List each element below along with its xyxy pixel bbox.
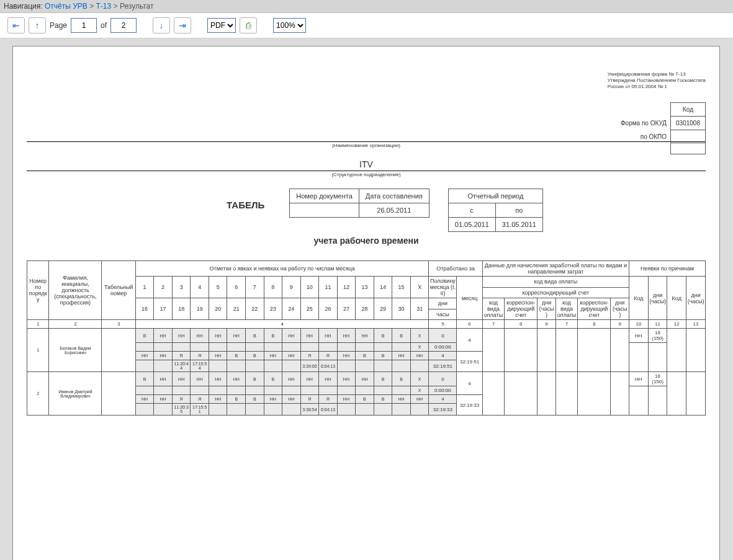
pay-cell bbox=[505, 329, 537, 372]
abs-days: 18 (150) bbox=[648, 329, 667, 343]
day-cell: НН bbox=[300, 372, 319, 386]
time-cell bbox=[209, 360, 227, 372]
pay-cell bbox=[537, 372, 556, 416]
th-day: 3 bbox=[172, 277, 191, 298]
pay-cell bbox=[611, 329, 629, 372]
day-cell: НН bbox=[337, 395, 356, 404]
okud-value: 0301008 bbox=[671, 117, 706, 130]
day-cell: НН bbox=[392, 395, 411, 404]
th-abs-code2: Код bbox=[667, 277, 686, 320]
last-page-button[interactable]: ⇥ bbox=[174, 17, 191, 33]
org-line bbox=[27, 133, 706, 142]
time-cell bbox=[374, 343, 392, 352]
colnum: 10 bbox=[629, 320, 649, 329]
export-button[interactable]: ⎙ bbox=[240, 17, 257, 33]
th-day: 21 bbox=[227, 298, 246, 320]
document-page: Унифицированная форма № Т-13 Утверждена … bbox=[12, 46, 720, 560]
day-cell: НН bbox=[135, 395, 154, 404]
time-cell bbox=[154, 360, 173, 372]
abs-cell bbox=[667, 329, 686, 372]
breadcrumb-link-1[interactable]: Отчёты УРВ bbox=[45, 2, 88, 11]
colnum: 7 bbox=[482, 320, 504, 329]
row-name: Беляков Вадим Борисович bbox=[49, 329, 102, 372]
time-cell bbox=[227, 386, 246, 395]
time-cell: 3:39:00 bbox=[300, 360, 319, 372]
day-cell: В bbox=[246, 329, 264, 343]
th-day: 24 bbox=[282, 298, 301, 320]
abs-cell bbox=[629, 343, 649, 372]
colnum: 2 bbox=[49, 320, 102, 329]
day-cell: Х bbox=[410, 329, 429, 343]
prev-page-button[interactable]: ↑ bbox=[29, 17, 46, 33]
time-cell bbox=[356, 343, 374, 352]
day-cell: В bbox=[374, 329, 392, 343]
time-cell bbox=[282, 404, 301, 416]
time-cell bbox=[246, 404, 264, 416]
th-day: 30 bbox=[392, 298, 411, 320]
time-cell: 0:04:13 bbox=[319, 404, 338, 416]
day-cell: НН bbox=[209, 329, 227, 343]
time-cell bbox=[392, 360, 411, 372]
time-cell bbox=[337, 386, 356, 395]
time-cell bbox=[154, 404, 173, 416]
month-hours: 32:19:33 bbox=[457, 395, 482, 416]
th-day: 29 bbox=[374, 298, 392, 320]
okpo-value bbox=[671, 130, 706, 143]
colnum: 4 bbox=[135, 320, 429, 329]
time-cell bbox=[410, 360, 429, 372]
page-input[interactable] bbox=[71, 18, 97, 33]
day-cell: В bbox=[135, 372, 154, 386]
document-viewer: Унифицированная форма № Т-13 Утверждена … bbox=[0, 38, 733, 560]
th-day: 26 bbox=[319, 298, 338, 320]
day-cell: НН bbox=[191, 372, 209, 386]
day-cell: НН bbox=[319, 372, 338, 386]
org-caption: (Наименование организации) bbox=[27, 143, 706, 148]
time-cell: Х bbox=[410, 386, 429, 395]
th-day: 16 bbox=[135, 298, 154, 320]
zoom-select[interactable]: 100% bbox=[273, 18, 306, 33]
pay-cell bbox=[578, 329, 611, 372]
th-day: 6 bbox=[227, 277, 246, 298]
day-cell: Я bbox=[191, 395, 209, 404]
time-cell bbox=[300, 343, 319, 352]
th-pay: Данные для начисления заработной платы п… bbox=[482, 261, 629, 277]
okud-label: Форма по ОКУД bbox=[616, 117, 671, 130]
day-cell: НН bbox=[154, 352, 173, 360]
pay-cell bbox=[555, 329, 577, 372]
th-day: 22 bbox=[246, 298, 264, 320]
day-cell: Я bbox=[319, 395, 338, 404]
day-cell: Я bbox=[172, 395, 191, 404]
time-cell bbox=[264, 404, 282, 416]
th-day: 15 bbox=[392, 277, 411, 298]
th-day: 31 bbox=[410, 298, 429, 320]
pay-cell bbox=[482, 372, 504, 416]
th-hours: часы bbox=[429, 309, 457, 320]
next-page-button[interactable]: ↓ bbox=[153, 17, 170, 33]
page-label: Page bbox=[50, 21, 67, 30]
time-cell: 17:15:54 bbox=[191, 360, 209, 372]
breadcrumb-sep: > bbox=[114, 2, 118, 11]
day-cell: НН bbox=[410, 395, 429, 404]
total-pages-input[interactable] bbox=[110, 18, 137, 33]
colnum: 7 bbox=[555, 320, 577, 329]
day-cell: В bbox=[246, 395, 264, 404]
abs-cell bbox=[686, 329, 706, 372]
breadcrumb-link-2[interactable]: Т-13 bbox=[96, 2, 112, 11]
time-cell bbox=[319, 386, 338, 395]
format-select[interactable]: PDF bbox=[207, 18, 236, 33]
time-cell bbox=[135, 360, 154, 372]
day-cell: В bbox=[356, 395, 374, 404]
day-cell: НН bbox=[172, 372, 191, 386]
time-cell bbox=[392, 343, 411, 352]
first-page-button[interactable]: ⇤ bbox=[7, 17, 25, 33]
pay-cell bbox=[482, 329, 504, 372]
time-cell bbox=[356, 360, 374, 372]
dept-caption: (Структурное подразделение) bbox=[27, 172, 706, 177]
nav-label: Навигация: bbox=[4, 2, 43, 11]
day-cell: Я bbox=[319, 352, 338, 360]
day-cell: НН bbox=[282, 329, 301, 343]
day-cell: В bbox=[264, 329, 282, 343]
day-cell: НН bbox=[410, 352, 429, 360]
th-day: 4 bbox=[191, 277, 209, 298]
time-cell bbox=[154, 343, 173, 352]
